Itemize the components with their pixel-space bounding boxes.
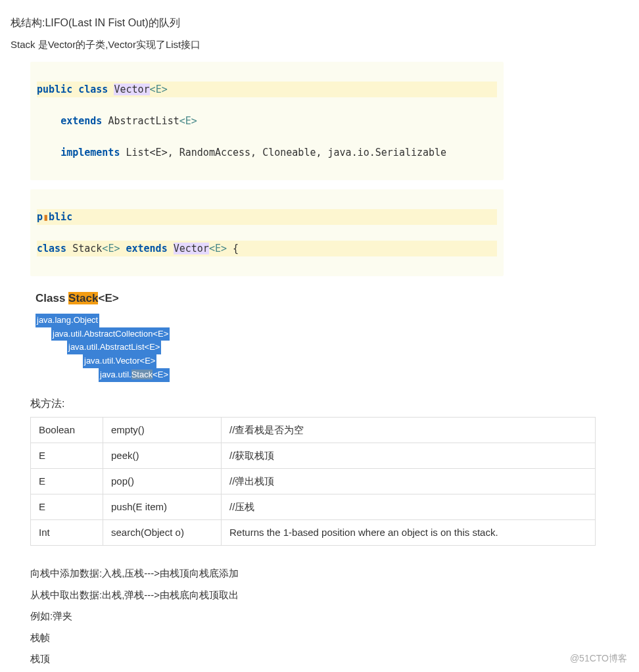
cell-return: E	[31, 494, 103, 520]
methods-table: Boolean empty() //查看栈是否为空 E peek() //获取栈…	[30, 417, 596, 546]
note-line: 向栈中添加数据:入栈,压栈--->由栈顶向栈底添加	[30, 564, 628, 583]
class-stack: Stack	[68, 292, 98, 304]
cell-return: Int	[31, 520, 103, 546]
class-generic: <E>	[98, 292, 118, 304]
kw-p: p	[37, 211, 43, 223]
table-row: Boolean empty() //查看栈是否为空	[31, 418, 596, 443]
type-vector2: Vector	[174, 243, 209, 254]
cell-signature: push(E item)	[103, 494, 222, 520]
hierarchy-item: java.lang.Object	[36, 314, 99, 327]
cell-desc: //压栈	[222, 494, 596, 520]
type-vector: Vector	[114, 84, 149, 95]
cell-return: Boolean	[31, 418, 103, 443]
table-row: E pop() //弹出栈顶	[31, 469, 596, 494]
note-line: 例如:弹夹	[30, 607, 628, 626]
hierarchy-item: java.util.AbstractList<E>	[67, 341, 161, 354]
type-stack: Stack	[72, 243, 102, 254]
kw-extends2: extends	[126, 243, 167, 254]
subtitle: Stack 是Vector的子类,Vector实现了List接口	[11, 37, 628, 53]
article-body: 栈结构:LIFO(Last IN Fist Out)的队列 Stack 是Vec…	[0, 0, 639, 672]
table-row: E push(E item) //压栈	[31, 494, 596, 520]
code-block-stack: p▮blic class Stack<E> extends Vector<E> …	[30, 189, 504, 276]
kw-class2: class	[37, 243, 66, 254]
hierarchy-item: java.util.AbstractCollection<E>	[51, 327, 170, 341]
watermark: @51CTO博客	[570, 651, 627, 665]
cell-signature: peek()	[103, 443, 222, 469]
notes-section: 向栈中添加数据:入栈,压栈--->由栈顶向栈底添加 从栈中取出数据:出栈,弹栈-…	[30, 564, 628, 672]
kw-class: class	[78, 84, 108, 95]
note-line: 栈帧	[30, 629, 628, 648]
kw-blic: blic	[49, 211, 72, 223]
class-heading: Class Stack<E>	[36, 289, 628, 307]
cell-desc: //获取栈顶	[222, 443, 596, 469]
table-row: E peek() //获取栈顶	[31, 443, 596, 469]
kw-public: public	[37, 84, 72, 95]
kw-extends: extends	[60, 115, 102, 127]
note-line: 从栈中取出数据:出栈,弹栈--->由栈底向栈顶取出	[30, 586, 628, 605]
type-abstractlist: AbstractList	[108, 115, 179, 127]
cell-desc: //弹出栈顶	[222, 469, 596, 494]
class-hierarchy: java.lang.Object java.util.AbstractColle…	[36, 314, 628, 382]
cell-desc: //查看栈是否为空	[222, 418, 596, 443]
cell-signature: search(Object o)	[103, 520, 222, 546]
cell-signature: empty()	[103, 418, 222, 443]
class-label: Class	[36, 292, 68, 304]
cursor-icon: ▮	[43, 211, 49, 223]
methods-label: 栈方法:	[30, 395, 628, 412]
cell-desc: Returns the 1-based position where an ob…	[222, 520, 596, 546]
hierarchy-item-last: java.util.Stack<E>	[99, 368, 170, 382]
note-line: 栈顶	[30, 650, 628, 669]
cell-return: E	[31, 443, 103, 469]
hierarchy-item: java.util.Vector<E>	[83, 354, 156, 368]
gen-e: E	[156, 84, 162, 95]
code-rest: List<E>, RandomAccess, Cloneable, java.i…	[126, 147, 446, 158]
table-row: Int search(Object o) Returns the 1-based…	[31, 520, 596, 546]
code-block-vector: public class Vector<E> extends AbstractL…	[30, 62, 504, 180]
cell-signature: pop()	[103, 469, 222, 494]
cell-return: E	[31, 469, 103, 494]
page-title: 栈结构:LIFO(Last IN Fist Out)的队列	[11, 14, 628, 32]
kw-implements: implements	[60, 147, 120, 158]
